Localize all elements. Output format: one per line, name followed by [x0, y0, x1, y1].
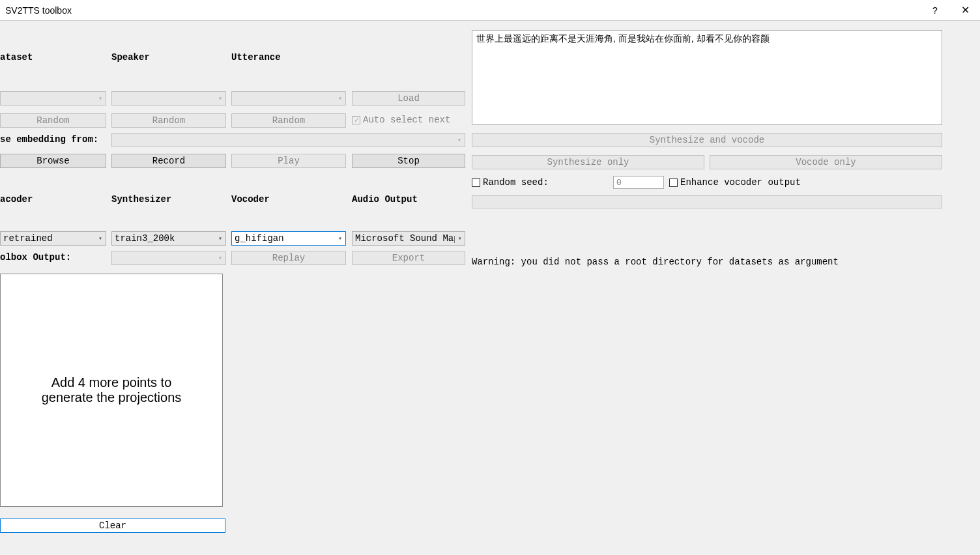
- random-speaker-button[interactable]: Random: [111, 113, 226, 128]
- record-button[interactable]: Record: [111, 154, 226, 168]
- chevron-down-icon: ▾: [95, 94, 106, 102]
- synthesizer-label: Synthesizer: [111, 194, 171, 205]
- synthesize-vocode-button[interactable]: Synthesize and vocode: [472, 133, 942, 147]
- close-icon[interactable]: ✕: [950, 0, 980, 20]
- audio-output-value: Microsoft Sound Mapp: [355, 233, 455, 244]
- speaker-label: Speaker: [111, 52, 150, 63]
- text-input[interactable]: 世界上最遥远的距离不是天涯海角, 而是我站在你面前, 却看不见你的容颜: [472, 30, 942, 125]
- chevron-down-icon: ▾: [215, 94, 225, 102]
- export-button[interactable]: Export: [352, 251, 465, 265]
- chevron-down-icon: ▾: [335, 235, 345, 242]
- window-title: SV2TTS toolbox: [5, 5, 72, 16]
- synthesize-only-button[interactable]: Synthesize only: [472, 155, 704, 169]
- enhance-label: Enhance vocoder output: [680, 177, 801, 188]
- chevron-down-icon: ▾: [215, 254, 225, 262]
- random-utterance-button[interactable]: Random: [231, 113, 346, 128]
- progress-bar: [472, 195, 942, 208]
- load-button[interactable]: Load: [352, 91, 465, 106]
- encoder-value: retrained: [3, 233, 53, 244]
- projection-panel: Add 4 more points to generate the projec…: [0, 274, 223, 507]
- browse-button[interactable]: Browse: [0, 154, 106, 168]
- dataset-dropdown[interactable]: ▾: [0, 91, 106, 106]
- encoder-dropdown[interactable]: retrained ▾: [0, 231, 106, 246]
- projection-message: Add 4 more points to generate the projec…: [27, 375, 196, 405]
- warning-text: Warning: you did not pass a root directo…: [472, 257, 839, 267]
- utterance-label: Utterance: [231, 52, 281, 63]
- chevron-down-icon: ▾: [215, 235, 225, 242]
- encoder-label: acoder: [0, 194, 33, 205]
- speaker-dropdown[interactable]: ▾: [111, 91, 226, 106]
- random-seed-input[interactable]: [613, 176, 664, 189]
- embedding-dropdown[interactable]: ▾: [111, 133, 465, 147]
- vocoder-value: g_hifigan: [235, 233, 284, 244]
- audio-output-label: Audio Output: [352, 194, 418, 205]
- toolbox-output-label: olbox Output:: [0, 252, 71, 263]
- dataset-label: ataset: [0, 52, 33, 63]
- random-dataset-button[interactable]: Random: [0, 113, 106, 128]
- auto-select-label: Auto select next: [363, 115, 450, 125]
- random-seed-checkbox[interactable]: [472, 178, 480, 187]
- stop-button[interactable]: Stop: [352, 154, 465, 168]
- enhance-checkbox[interactable]: [669, 178, 678, 187]
- chevron-down-icon: ▾: [335, 94, 345, 102]
- vocoder-label: Vocoder: [231, 194, 270, 205]
- utterance-dropdown[interactable]: ▾: [231, 91, 346, 106]
- chevron-down-icon: ▾: [454, 136, 465, 144]
- vocode-only-button[interactable]: Vocode only: [710, 155, 942, 169]
- titlebar: SV2TTS toolbox ? ✕: [0, 0, 980, 21]
- toolbox-output-dropdown[interactable]: ▾: [111, 251, 226, 265]
- clear-button[interactable]: Clear: [0, 519, 225, 533]
- replay-button[interactable]: Replay: [231, 251, 346, 265]
- synthesizer-dropdown[interactable]: train3_200k ▾: [111, 231, 226, 246]
- synthesizer-value: train3_200k: [115, 233, 175, 244]
- play-button[interactable]: Play: [231, 154, 346, 168]
- auto-select-checkbox[interactable]: ✓: [352, 116, 360, 124]
- chevron-down-icon: ▾: [95, 235, 106, 242]
- vocoder-dropdown[interactable]: g_hifigan ▾: [231, 231, 346, 246]
- help-icon[interactable]: ?: [920, 0, 950, 20]
- random-seed-label: Random seed:: [483, 177, 549, 188]
- use-embedding-label: se embedding from:: [0, 134, 98, 145]
- audio-output-dropdown[interactable]: Microsoft Sound Mapp ▾: [352, 231, 465, 246]
- chevron-down-icon: ▾: [455, 235, 465, 242]
- check-icon: ✓: [354, 116, 360, 124]
